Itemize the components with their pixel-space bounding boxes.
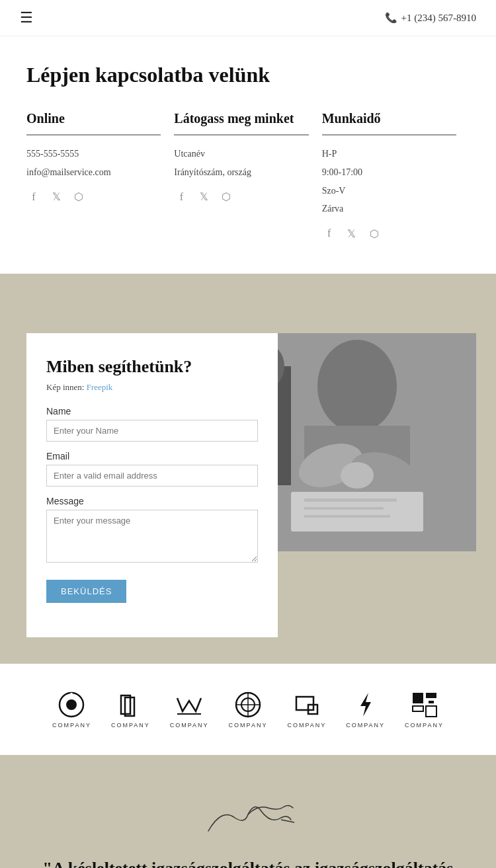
email-group: Email — [46, 451, 258, 487]
svg-point-2 — [317, 340, 397, 432]
svg-rect-28 — [413, 706, 423, 711]
phone-number: +1 (234) 567-8910 — [401, 13, 476, 24]
online-email: info@mailservice.com — [26, 165, 161, 180]
svg-rect-29 — [426, 706, 436, 717]
contact-section: Lépjen kapcsolatba velünk Online 555-555… — [0, 36, 496, 274]
form-heading: Miben segíthetünk? — [46, 357, 258, 377]
form-source: Kép innen: Freepik — [46, 382, 258, 393]
freepik-link[interactable]: Freepik — [87, 382, 113, 392]
svg-rect-23 — [296, 697, 313, 710]
phone-icon: 📞 — [385, 12, 397, 24]
visit-street: Utcanév — [174, 146, 308, 162]
logo-2-label: COMPANY — [111, 722, 150, 729]
online-social: f 𝕏 ⬡ — [26, 190, 161, 204]
svg-rect-30 — [429, 701, 434, 703]
svg-rect-10 — [304, 515, 390, 518]
phone-area: 📞 +1 (234) 567-8910 — [385, 12, 476, 24]
logo-6: COMPANY — [346, 690, 385, 729]
quote-section: "A késleltetett igazságszolgáltatás az i… — [0, 755, 496, 868]
instagram-icon[interactable]: ⬡ — [71, 190, 86, 204]
message-label: Message — [46, 496, 258, 506]
contact-col-visit: Látogass meg minket Utcanév Irányítószám… — [174, 111, 321, 241]
logo-4-label: COMPANY — [229, 722, 268, 729]
name-input[interactable] — [46, 420, 258, 442]
online-heading: Online — [26, 111, 161, 126]
logo-1-label: COMPANY — [52, 722, 91, 729]
contact-columns: Online 555-555-5555 info@mailservice.com… — [26, 111, 470, 241]
svg-rect-7 — [291, 492, 423, 532]
visit-social: f 𝕏 ⬡ — [174, 190, 308, 204]
name-label: Name — [46, 406, 258, 416]
hours-weekend: Szo-V — [322, 183, 456, 199]
hours-social: f 𝕏 ⬡ — [322, 226, 456, 241]
hours-weekend-closed: Zárva — [322, 201, 456, 217]
quote-text: "A késleltetett igazságszolgáltatás az i… — [40, 857, 456, 868]
logo-7: COMPANY — [405, 690, 444, 729]
instagram-icon-2[interactable]: ⬡ — [219, 190, 233, 204]
email-label: Email — [46, 451, 258, 461]
logo-7-label: COMPANY — [405, 722, 444, 729]
instagram-icon-3[interactable]: ⬡ — [367, 226, 382, 241]
submit-button[interactable]: BEKÜLDÉS — [46, 580, 126, 603]
logo-5-label: COMPANY — [287, 722, 326, 729]
contact-title: Lépjen kapcsolatba velünk — [26, 63, 470, 87]
logo-5: COMPANY — [287, 690, 326, 729]
svg-point-14 — [66, 699, 77, 710]
svg-rect-8 — [304, 498, 397, 502]
logo-6-label: COMPANY — [346, 722, 385, 729]
svg-rect-9 — [304, 507, 384, 510]
logos-section: COMPANY COMPANY COMPANY COMPANY CO — [0, 664, 496, 755]
contact-col-hours: Munkaidő H-P 9:00-17:00 Szo-V Zárva f 𝕏 … — [322, 111, 470, 241]
twitter-icon[interactable]: 𝕏 — [49, 190, 63, 204]
header: ☰ 📞 +1 (234) 567-8910 — [0, 0, 496, 36]
logo-3: COMPANY — [170, 690, 209, 729]
logo-4: COMPANY — [229, 690, 268, 729]
visit-heading: Látogass meg minket — [174, 111, 308, 126]
hours-heading: Munkaidő — [322, 111, 456, 126]
hours-weekday-time: 9:00-17:00 — [322, 165, 456, 180]
twitter-icon-3[interactable]: 𝕏 — [345, 226, 359, 241]
svg-rect-27 — [426, 693, 436, 698]
logo-2: COMPANY — [111, 690, 150, 729]
svg-rect-26 — [413, 693, 423, 703]
hours-weekdays: H-P — [322, 146, 456, 162]
facebook-icon-2[interactable]: f — [174, 190, 188, 204]
beige-section: Miben segíthetünk? Kép innen: Freepik Na… — [0, 274, 496, 664]
svg-point-6 — [341, 462, 374, 489]
contact-col-online: Online 555-555-5555 info@mailservice.com… — [26, 111, 174, 241]
facebook-icon[interactable]: f — [26, 190, 41, 204]
message-group: Message — [46, 496, 258, 565]
email-input[interactable] — [46, 465, 258, 487]
logo-3-label: COMPANY — [170, 722, 209, 729]
visit-city: Irányítószám, ország — [174, 165, 308, 180]
logo-1: COMPANY — [52, 690, 91, 729]
hamburger-icon[interactable]: ☰ — [20, 9, 33, 26]
twitter-icon-2[interactable]: 𝕏 — [196, 190, 211, 204]
message-input[interactable] — [46, 510, 258, 563]
facebook-icon-3[interactable]: f — [322, 226, 337, 241]
svg-marker-25 — [360, 693, 371, 717]
form-card: Miben segíthetünk? Kép innen: Freepik Na… — [26, 333, 278, 637]
online-phone: 555-555-5555 — [26, 146, 161, 162]
name-group: Name — [46, 406, 258, 442]
signature — [40, 795, 456, 841]
